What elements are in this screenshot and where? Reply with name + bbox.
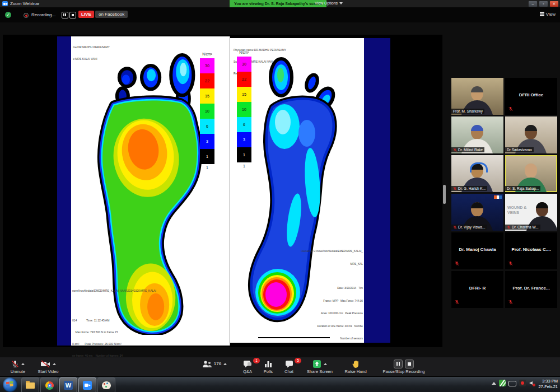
view-options-menu[interactable]: View Options — [315, 1, 343, 5]
windows-taskbar: W 3:33 PM 27-Feb-21 — [0, 376, 560, 392]
muted-mic-icon — [508, 261, 513, 266]
video-options-caret[interactable] — [53, 363, 56, 365]
participant-tile[interactable]: Dr Sadasivarao — [505, 116, 557, 153]
participant-name: Dr. Charitha W... — [505, 225, 540, 230]
scale-swatch: 22 — [200, 73, 214, 88]
muted-mic-icon — [453, 148, 457, 152]
muted-mic-icon — [508, 300, 513, 305]
participant-name: Dr. Manoj Chawla — [451, 247, 503, 252]
participants-caret[interactable] — [223, 363, 227, 365]
pressure-scale-left: N/cm² 30 22 15 10 6 3 1 1 — [200, 52, 214, 170]
participant-tile[interactable]: Prof. Nicolaas C.... — [505, 232, 557, 269]
signature-line — [258, 337, 330, 338]
live-badge: LIVE — [78, 11, 94, 18]
participant-name: Dr Sadasivarao — [505, 147, 534, 152]
live-destination-label: on Facebook — [95, 11, 128, 18]
time-line: 014 Time: 11:12:45 AM — [72, 319, 156, 323]
duration-line: Duration of one frame: 40 ms Numbe — [301, 324, 363, 329]
polls-icon — [264, 360, 272, 368]
system-tray — [492, 380, 535, 386]
pause-recording-icon[interactable] — [394, 360, 403, 368]
zoom-app-icon — [2, 1, 8, 6]
sidebar-collapse-handle[interactable] — [443, 185, 446, 204]
tray-volume-icon[interactable] — [529, 380, 535, 386]
participant-tile[interactable]: Prof. M. Sharkawy — [451, 78, 503, 115]
paint-icon — [102, 381, 111, 389]
participant-tile[interactable]: Dr. Manoj Chawla — [451, 232, 503, 269]
security-shield-icon[interactable]: ✓ — [5, 12, 11, 18]
participant-tile-active-speaker[interactable]: Dr. S. Raja Sabap... — [505, 155, 557, 192]
qa-icon — [243, 360, 252, 368]
word-icon: W — [64, 381, 73, 390]
frame-line: Frame: MPP Max.Force: 744.00 — [301, 299, 363, 304]
close-button[interactable]: ✕ — [549, 1, 559, 7]
pause-stop-recording-button[interactable]: Pause/Stop Recording — [373, 359, 435, 374]
chrome-icon — [45, 381, 54, 390]
taskbar-clock[interactable]: 3:33 PM 27-Feb-21 — [538, 379, 558, 390]
mic-options-caret[interactable] — [21, 363, 25, 365]
chrome-taskbar-icon[interactable] — [40, 377, 58, 392]
start-video-button[interactable]: Start Video — [32, 359, 64, 374]
scale-unit-label: N/cm² — [200, 52, 214, 56]
max-force-line: Max.Force: 793.500 N in frame 15 — [72, 330, 156, 334]
participant-name: Dr. S. Raja Sabap... — [505, 186, 540, 191]
tray-display-icon[interactable] — [508, 381, 516, 386]
maximize-button[interactable]: ▫ — [539, 1, 548, 7]
gallery-view-button[interactable]: View — [540, 12, 556, 17]
peak-pressure-line: 0 cm² Peak Pressure: 26.000 N/cm² — [72, 342, 156, 346]
chat-button[interactable]: 5 Chat — [279, 359, 299, 374]
stop-recording-icon[interactable] — [405, 360, 414, 368]
participant-tile[interactable]: Dr. Vijay Viswa... — [451, 194, 503, 231]
zoom-taskbar-icon[interactable] — [78, 377, 96, 392]
windows-flag-icon — [6, 381, 13, 388]
show-hidden-icons-button[interactable] — [492, 382, 496, 385]
word-taskbar-icon[interactable]: W — [59, 377, 77, 392]
participant-tile[interactable]: DFRI- R — [451, 271, 503, 308]
tray-antivirus-icon[interactable] — [499, 380, 506, 386]
scale-swatch: 10 — [200, 104, 214, 119]
pause-recording-button[interactable] — [62, 12, 68, 18]
participant-name: Dr. Vijay Viswa... — [451, 225, 487, 230]
date-line: Date: 3/20/2014 Tim — [301, 286, 363, 291]
file-path-cont: MRS_KAL — [301, 262, 363, 267]
meeting-toolbar: Unmute Start Video 176 — [0, 357, 560, 376]
participant-tile[interactable]: Dr. G. Harish K... — [451, 155, 503, 192]
start-button[interactable] — [3, 377, 17, 392]
scale-bottom-value: 1 — [200, 166, 214, 170]
stop-recording-button[interactable] — [69, 12, 76, 18]
zoom-icon — [83, 381, 92, 390]
participant-name: Prof. M. Sharkawy — [451, 109, 484, 114]
mic-muted-icon — [11, 360, 19, 368]
muted-mic-icon — [453, 225, 457, 230]
participant-tile[interactable]: WOUND & VEINS Dr. Charitha W... — [505, 194, 557, 231]
raise-hand-icon — [352, 360, 360, 368]
paint-taskbar-icon[interactable] — [97, 377, 115, 392]
file-explorer-taskbar-icon[interactable] — [21, 377, 39, 392]
scale-swatch: 1 — [200, 149, 214, 164]
tray-recording-icon[interactable] — [519, 380, 526, 386]
chevron-down-icon — [339, 2, 343, 4]
scale-swatch: 15 — [200, 88, 214, 104]
participant-tile[interactable]: Dr. Milind Ruke — [451, 116, 503, 153]
participant-name: Prof. Nicolaas C.... — [505, 247, 557, 252]
unmute-button[interactable]: Unmute — [4, 359, 31, 374]
participant-tile[interactable]: DFRI Office — [505, 78, 557, 115]
pressure-report-right-panel: Physician name:DR.MADHU PERIASAMY Subjec… — [230, 38, 364, 343]
status-bar: ✓ Recording... LIVE on Facebook View — [0, 7, 560, 22]
window-title: Zoom Webinar — [10, 1, 39, 6]
participant-tile[interactable]: Prof. Dr. France... — [505, 271, 557, 308]
share-options-caret[interactable] — [324, 363, 327, 365]
file-path: Filename: C:\novel\novfiledata\EMED\MRS_… — [301, 249, 363, 254]
qa-button[interactable]: 1 Q&A — [237, 359, 258, 374]
headphones — [470, 162, 488, 172]
share-screen-button[interactable]: Share Screen — [301, 359, 338, 374]
title-bar: Zoom Webinar You are viewing Dr. S. Raja… — [0, 0, 560, 7]
polls-button[interactable]: Polls — [259, 359, 278, 374]
muted-mic-icon — [455, 261, 459, 266]
minimize-button[interactable]: – — [528, 1, 538, 7]
camera-off-icon — [40, 360, 50, 368]
raise-hand-button[interactable]: Raise Hand — [340, 359, 371, 374]
zoom-webinar-window: Zoom Webinar You are viewing Dr. S. Raja… — [0, 0, 560, 392]
report-left-margin — [57, 36, 71, 346]
participants-button[interactable]: 176 — [194, 359, 235, 369]
